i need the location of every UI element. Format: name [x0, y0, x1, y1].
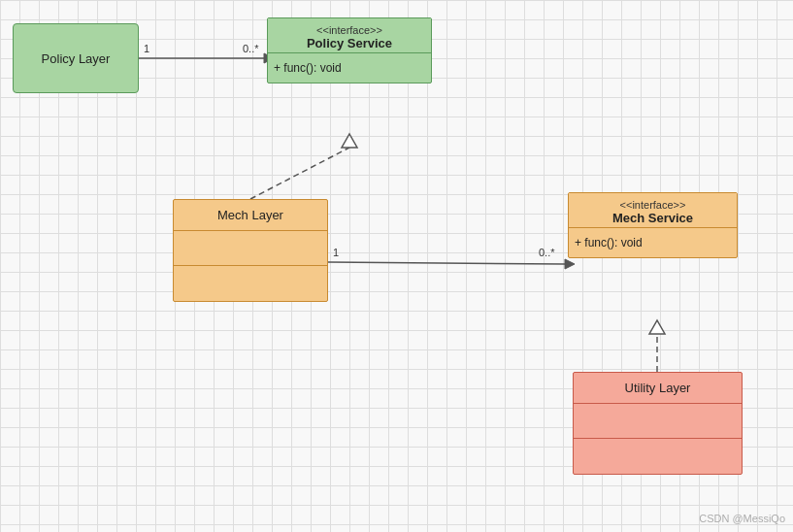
mech-layer-header: Mech Layer	[174, 200, 327, 231]
mech-service-header: <<interface>> Mech Service	[569, 193, 737, 228]
svg-text:1: 1	[333, 247, 339, 258]
utility-layer-header: Utility Layer	[574, 373, 742, 404]
diagram-canvas: 1 0..* 1 0..* Policy Layer <<interface>>…	[0, 0, 793, 532]
mech-layer-label: Mech Layer	[217, 208, 283, 222]
mech-layer-section1	[174, 231, 327, 266]
mech-service-method: + func(): void	[575, 236, 643, 249]
policy-service-header: <<interface>> Policy Service	[268, 18, 431, 53]
policy-layer-label: Policy Layer	[42, 51, 111, 66]
svg-marker-7	[565, 259, 575, 269]
svg-text:0..*: 0..*	[243, 43, 259, 54]
policy-service-classname: Policy Service	[272, 36, 427, 50]
utility-layer-label: Utility Layer	[625, 381, 691, 395]
mech-service-body: + func(): void	[569, 228, 737, 257]
svg-text:0..*: 0..*	[539, 247, 555, 258]
svg-text:1: 1	[144, 43, 149, 54]
policy-service-stereotype: <<interface>>	[272, 24, 427, 36]
policy-layer-box: Policy Layer	[13, 23, 139, 93]
svg-marker-5	[342, 134, 357, 148]
mech-layer-section2	[174, 266, 327, 301]
utility-layer-section2	[574, 439, 742, 474]
policy-service-method: + func(): void	[274, 61, 342, 75]
svg-line-6	[328, 262, 565, 264]
mech-layer-box: Mech Layer	[173, 199, 328, 302]
watermark: CSDN @MessiQo	[699, 513, 785, 524]
policy-service-body: + func(): void	[268, 53, 431, 83]
mech-service-classname: Mech Service	[573, 211, 733, 225]
utility-layer-box: Utility Layer	[573, 372, 743, 475]
utility-layer-section1	[574, 404, 742, 439]
svg-marker-11	[649, 320, 665, 334]
svg-line-4	[250, 148, 349, 199]
mech-service-box: <<interface>> Mech Service + func(): voi…	[568, 192, 738, 258]
mech-service-stereotype: <<interface>>	[573, 199, 733, 211]
policy-service-box: <<interface>> Policy Service + func(): v…	[267, 17, 432, 83]
